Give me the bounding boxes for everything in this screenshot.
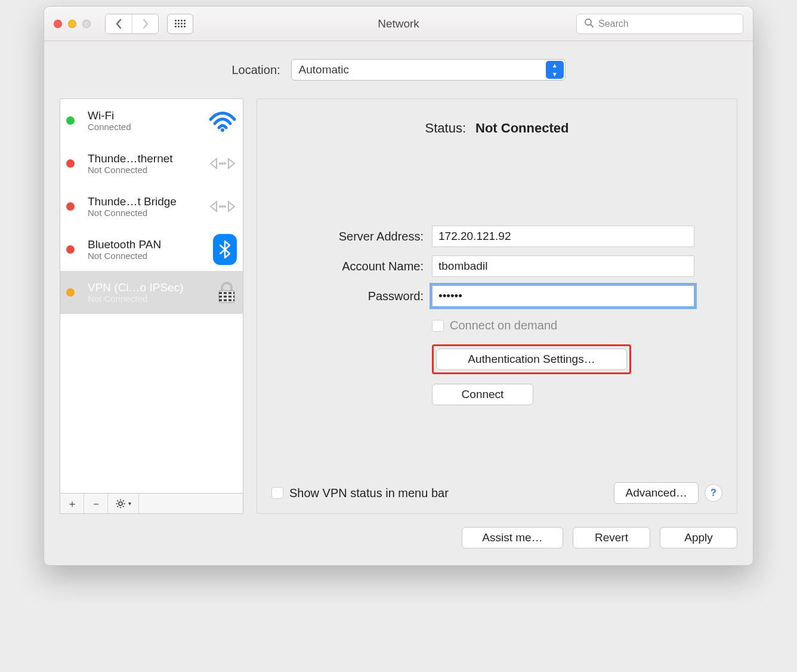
back-button[interactable] xyxy=(106,14,132,33)
zoom-button[interactable] xyxy=(82,20,91,28)
bluetooth-icon xyxy=(213,234,237,265)
stepper-icon: ▲▼ xyxy=(546,61,564,79)
svg-line-16 xyxy=(123,505,124,507)
location-value: Automatic xyxy=(299,63,349,76)
revert-button[interactable]: Revert xyxy=(573,527,650,548)
password-input[interactable] xyxy=(432,285,694,307)
svg-point-2 xyxy=(221,128,224,132)
svg-line-18 xyxy=(123,500,124,501)
account-name-label: Account Name: xyxy=(271,260,424,273)
remove-interface-button[interactable]: － xyxy=(84,494,108,513)
show-vpn-status-label: Show VPN status in menu bar xyxy=(289,486,449,500)
password-label: Password: xyxy=(271,289,424,303)
status-dot-icon xyxy=(66,202,75,211)
sidebar-item-thunderbolt-ethernet[interactable]: Thunde…thernet Not Connected xyxy=(60,142,243,185)
interfaces-list: Wi-Fi Connected xyxy=(60,98,243,494)
highlight-annotation: Authentication Settings… xyxy=(432,344,631,374)
search-field[interactable]: Search xyxy=(576,14,743,34)
svg-point-8 xyxy=(224,205,226,208)
search-placeholder: Search xyxy=(598,19,629,29)
svg-point-4 xyxy=(221,162,224,165)
sidebar-item-wifi[interactable]: Wi-Fi Connected xyxy=(60,99,243,142)
interface-status: Not Connected xyxy=(88,294,196,304)
apply-button[interactable]: Apply xyxy=(660,527,737,548)
server-address-label: Server Address: xyxy=(271,230,424,243)
status-dot-icon xyxy=(66,116,75,125)
chevron-right-icon xyxy=(142,19,149,29)
interface-name: Thunde…t Bridge xyxy=(88,195,196,208)
interface-name: Bluetooth PAN xyxy=(88,238,196,251)
interfaces-sidebar: Wi-Fi Connected xyxy=(60,98,243,514)
svg-line-15 xyxy=(117,500,118,501)
location-select[interactable]: Automatic ▲▼ xyxy=(291,59,566,81)
grid-icon xyxy=(175,20,186,27)
add-interface-button[interactable]: ＋ xyxy=(60,494,84,513)
window-controls xyxy=(54,20,91,28)
show-all-button[interactable] xyxy=(167,14,193,34)
connect-button[interactable]: Connect xyxy=(432,384,533,405)
interface-actions-menu[interactable]: ▾ xyxy=(108,494,139,513)
main-area: Wi-Fi Connected xyxy=(44,93,753,522)
detail-pane: Status: Not Connected Server Address: Ac… xyxy=(257,98,737,514)
chevron-left-icon xyxy=(115,19,122,29)
sidebar-item-bluetooth-pan[interactable]: Bluetooth PAN Not Connected xyxy=(60,228,243,271)
svg-line-17 xyxy=(117,505,118,507)
status-label: Status: xyxy=(425,121,466,136)
nav-back-forward xyxy=(105,14,159,34)
interface-status: Not Connected xyxy=(88,208,196,218)
sidebar-item-vpn[interactable]: VPN (Ci…o IPSec) Not Connected xyxy=(60,271,243,314)
interface-status: Not Connected xyxy=(88,251,196,261)
titlebar: Network Search xyxy=(44,7,753,41)
bottom-bar: Assist me… Revert Apply xyxy=(44,522,753,565)
vpn-form: Server Address: Account Name: Password: … xyxy=(271,226,722,405)
network-prefs-window: Network Search Location: Automatic ▲▼ xyxy=(44,6,753,566)
connect-on-demand-checkbox[interactable] xyxy=(432,320,444,332)
detail-footer: Show VPN status in menu bar Advanced… ? xyxy=(271,458,722,504)
connect-on-demand-label: Connect on demand xyxy=(450,319,557,332)
forward-button[interactable] xyxy=(132,14,158,33)
interface-name: Thunde…thernet xyxy=(88,152,196,165)
sidebar-footer: ＋ － ▾ xyxy=(60,494,243,514)
show-vpn-status-checkbox[interactable] xyxy=(271,487,283,499)
sidebar-item-thunderbolt-bridge[interactable]: Thunde…t Bridge Not Connected xyxy=(60,185,243,228)
gear-icon xyxy=(115,498,126,509)
location-label: Location: xyxy=(231,63,280,77)
interface-name: VPN (Ci…o IPSec) xyxy=(88,281,196,294)
minimize-button[interactable] xyxy=(68,20,76,28)
account-name-input[interactable] xyxy=(432,255,694,277)
status-row: Status: Not Connected xyxy=(271,121,722,136)
status-value: Not Connected xyxy=(475,121,569,136)
wifi-icon xyxy=(208,109,237,132)
location-row: Location: Automatic ▲▼ xyxy=(44,41,753,93)
svg-line-1 xyxy=(591,24,593,27)
status-dot-icon xyxy=(66,159,75,168)
interface-status: Not Connected xyxy=(88,165,196,175)
search-icon xyxy=(584,18,594,30)
help-button[interactable]: ? xyxy=(705,484,722,502)
interface-status: Connected xyxy=(88,122,196,132)
svg-point-6 xyxy=(219,205,221,208)
authentication-settings-button[interactable]: Authentication Settings… xyxy=(436,349,627,370)
ethernet-icon xyxy=(208,196,237,217)
ethernet-icon xyxy=(208,153,237,174)
interface-name: Wi-Fi xyxy=(88,109,196,122)
connect-on-demand-row: Connect on demand xyxy=(432,319,722,332)
status-dot-icon xyxy=(66,288,75,297)
svg-point-5 xyxy=(224,162,226,165)
svg-point-3 xyxy=(219,162,221,165)
server-address-input[interactable] xyxy=(432,226,694,247)
svg-point-7 xyxy=(221,205,224,208)
svg-point-10 xyxy=(119,502,122,505)
assist-me-button[interactable]: Assist me… xyxy=(462,527,563,548)
status-dot-icon xyxy=(66,245,75,254)
chevron-down-icon: ▾ xyxy=(128,500,131,507)
advanced-button[interactable]: Advanced… xyxy=(614,482,699,504)
lock-icon xyxy=(217,281,237,304)
close-button[interactable] xyxy=(54,20,62,28)
